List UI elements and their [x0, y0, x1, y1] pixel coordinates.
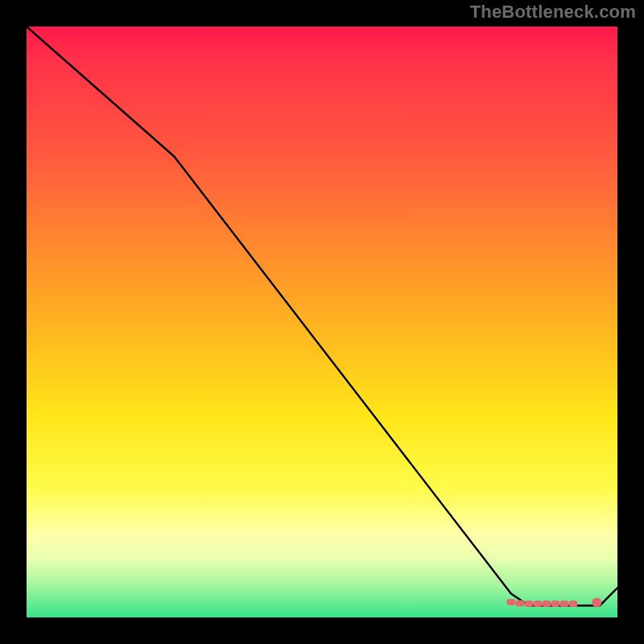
flat-segment-dot	[551, 601, 559, 607]
chart-frame: TheBottleneck.com	[0, 0, 644, 644]
main-curve	[27, 27, 617, 605]
flat-segment-dot	[524, 601, 533, 607]
chart-overlay	[27, 27, 617, 617]
flat-segment-dot	[533, 601, 542, 607]
flat-segment-dot	[515, 600, 524, 606]
flat-segment-dot	[569, 601, 578, 607]
flat-segment-dot	[506, 599, 515, 605]
watermark-text: TheBottleneck.com	[470, 2, 636, 23]
end-marker	[592, 598, 601, 608]
flat-segment-dot	[559, 601, 568, 607]
flat-segment-dot	[542, 601, 551, 607]
end-dot	[592, 598, 601, 608]
